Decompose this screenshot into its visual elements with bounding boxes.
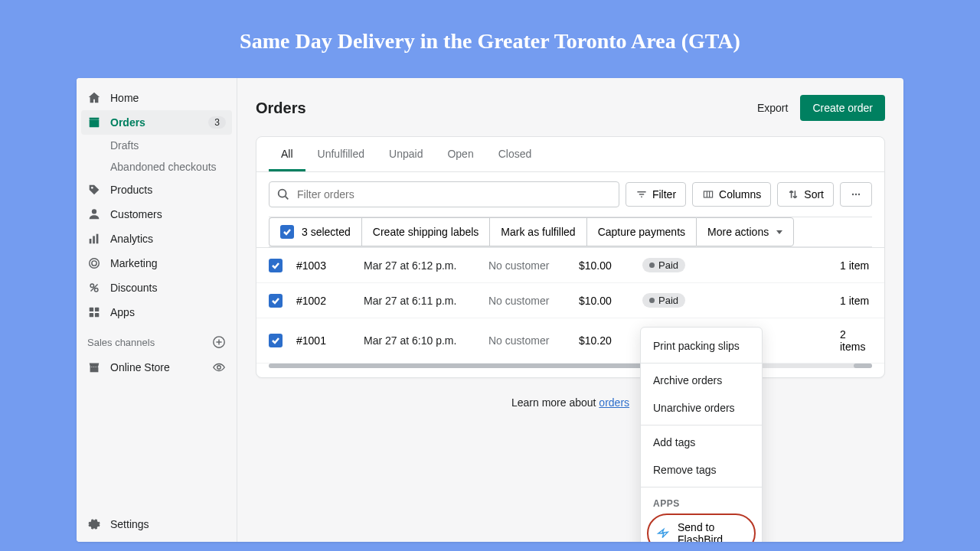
sidebar-nav: Home Orders 3 Drafts Abandoned checkouts…: [77, 86, 237, 510]
sidebar-item-home[interactable]: Home: [77, 86, 237, 110]
sidebar-sub-abandoned[interactable]: Abandoned checkouts: [77, 156, 237, 178]
sidebar-item-label: Home: [110, 92, 226, 104]
bulk-capture[interactable]: Capture payments: [586, 217, 696, 246]
search-input[interactable]: [269, 181, 619, 207]
banner-title: Same Day Delivery in the Greater Toronto…: [0, 0, 980, 78]
sidebar-item-analytics[interactable]: Analytics: [77, 227, 237, 251]
dd-archive[interactable]: Archive orders: [641, 367, 762, 394]
tab-unpaid[interactable]: Unpaid: [377, 137, 435, 171]
order-customer: No customer: [488, 334, 573, 347]
filter-button[interactable]: Filter: [626, 182, 686, 207]
svg-point-2: [91, 187, 93, 189]
orders-table: #1003 Mar 27 at 6:12 p.m. No customer $1…: [256, 247, 884, 364]
sidebar-item-label: Orders: [110, 116, 199, 129]
checkbox-icon[interactable]: [280, 225, 294, 239]
svg-rect-26: [704, 191, 712, 197]
columns-label: Columns: [719, 188, 761, 201]
products-icon: [87, 183, 101, 197]
page-header: Orders Export Create order: [256, 95, 885, 121]
selected-count: 3 selected: [302, 226, 351, 238]
sales-channels-label: Sales channels: [87, 337, 155, 348]
status-badge: Paid: [642, 258, 685, 272]
dd-send-flashbird[interactable]: Send to FlashBird: [656, 520, 746, 542]
tab-all[interactable]: All: [269, 137, 305, 171]
more-actions-dropdown: Print packing slips Archive orders Unarc…: [640, 327, 763, 542]
bulk-shipping[interactable]: Create shipping labels: [361, 217, 490, 246]
bulk-select-all[interactable]: 3 selected: [269, 217, 361, 246]
tab-unfulfilled[interactable]: Unfulfilled: [305, 137, 377, 171]
svg-rect-14: [90, 313, 93, 317]
svg-rect-19: [90, 367, 99, 372]
order-number: #1001: [296, 334, 358, 347]
sidebar-item-customers[interactable]: Customers: [77, 202, 237, 227]
app-shell: Home Orders 3 Drafts Abandoned checkouts…: [77, 78, 903, 542]
order-amount: $10.00: [579, 259, 636, 272]
settings-label: Settings: [110, 518, 149, 530]
create-order-button[interactable]: Create order: [800, 95, 885, 121]
status-badge: Paid: [642, 293, 685, 308]
sidebar-item-orders[interactable]: Orders 3: [81, 110, 232, 135]
tab-closed[interactable]: Closed: [486, 137, 544, 171]
columns-icon: [702, 188, 714, 201]
add-channel-icon[interactable]: [212, 335, 226, 349]
dd-unarchive[interactable]: Unarchive orders: [641, 394, 762, 422]
more-button[interactable]: [840, 182, 872, 207]
order-number: #1002: [296, 295, 358, 307]
page-title: Orders: [256, 99, 306, 117]
sidebar-sub-drafts[interactable]: Drafts: [77, 135, 237, 156]
columns-button[interactable]: Columns: [692, 182, 771, 207]
table-row[interactable]: #1002 Mar 27 at 6:11 p.m. No customer $1…: [256, 283, 884, 318]
sidebar-item-products[interactable]: Products: [77, 178, 237, 202]
table-row[interactable]: #1003 Mar 27 at 6:12 p.m. No customer $1…: [256, 248, 884, 283]
chevron-down-icon: [776, 230, 782, 234]
bulk-fulfilled[interactable]: Mark as fulfilled: [489, 217, 586, 246]
svg-point-9: [90, 284, 94, 288]
search-wrap: [269, 181, 619, 207]
horizontal-scrollbar[interactable]: [269, 364, 872, 368]
svg-line-22: [286, 197, 289, 200]
marketing-icon: [87, 256, 101, 270]
svg-point-21: [279, 190, 286, 197]
analytics-icon: [87, 232, 101, 246]
sidebar-item-label: Discounts: [110, 282, 226, 294]
filter-label: Filter: [652, 188, 676, 201]
dd-remove-tags[interactable]: Remove tags: [641, 456, 762, 484]
svg-point-31: [858, 194, 860, 195]
sidebar-item-label: Analytics: [110, 233, 226, 245]
svg-point-7: [90, 259, 100, 269]
search-icon: [276, 187, 290, 201]
orders-badge: 3: [208, 116, 226, 129]
checkbox-icon[interactable]: [269, 334, 283, 347]
dd-app-label: Send to FlashBird: [678, 521, 746, 542]
bulk-actions: 3 selected Create shipping labels Mark a…: [269, 217, 872, 247]
order-amount: $10.00: [579, 295, 636, 307]
svg-point-3: [92, 209, 96, 214]
learn-more-link[interactable]: orders: [599, 396, 629, 409]
store-icon: [87, 360, 101, 374]
dd-add-tags[interactable]: Add tags: [641, 429, 762, 456]
order-amount: $10.20: [579, 334, 636, 347]
sidebar-settings[interactable]: Settings: [77, 510, 237, 542]
order-date: Mar 27 at 6:10 p.m.: [364, 334, 482, 347]
sidebar-item-online-store[interactable]: Online Store: [77, 355, 237, 380]
checkbox-icon[interactable]: [269, 294, 283, 308]
dd-print-packing[interactable]: Print packing slips: [641, 332, 762, 360]
bulk-more-actions[interactable]: More actions: [696, 217, 794, 246]
table-row[interactable]: #1001 Mar 27 at 6:10 p.m. No customer $1…: [256, 318, 884, 364]
sort-button[interactable]: Sort: [777, 182, 834, 207]
gear-icon: [87, 517, 101, 531]
sidebar-item-apps[interactable]: Apps: [77, 300, 237, 324]
sidebar-item-label: Products: [110, 184, 226, 196]
view-icon[interactable]: [212, 360, 226, 374]
sidebar-item-marketing[interactable]: Marketing: [77, 251, 237, 276]
orders-card: All Unfulfilled Unpaid Open Closed Filte…: [256, 136, 885, 378]
tab-open[interactable]: Open: [435, 137, 485, 171]
svg-rect-12: [90, 308, 93, 311]
sidebar-item-discounts[interactable]: Discounts: [77, 276, 237, 300]
apps-icon: [87, 305, 101, 319]
export-button[interactable]: Export: [757, 102, 788, 114]
sort-icon: [787, 188, 799, 201]
flashbird-icon: [656, 527, 670, 540]
sidebar-item-label: Customers: [110, 208, 226, 220]
checkbox-icon[interactable]: [269, 259, 283, 272]
